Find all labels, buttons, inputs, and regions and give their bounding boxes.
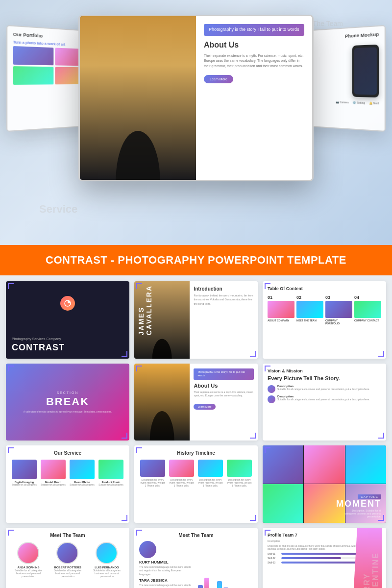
toc-grid: 01 ABOUT COMPANY 02 MEET THE TEAM 03 COM… xyxy=(268,295,381,325)
phone-label-setting: ⚙️ Setting xyxy=(353,101,365,104)
break-title: BREAK xyxy=(46,395,89,408)
slide-contrast: Photography Services Company CONTRAST xyxy=(6,281,129,359)
moment-capture-label: CAPTURE xyxy=(358,494,381,499)
team1-member-2: ROBERT POTTERS Suitable for all categori… xyxy=(52,542,84,578)
history-item-3: Description for every event received, we… xyxy=(198,460,223,487)
slide-capture-moment: CAPTURE MOMENT Description. Suitable for… xyxy=(263,445,386,523)
screen-learn-btn[interactable]: Learn More xyxy=(204,75,233,83)
toc-item-4: 04 COMPANY CONTACT xyxy=(354,295,381,325)
screen-about-text: Their separate existence is a myth. For … xyxy=(204,53,304,69)
vision-items: Description Suitable for all categories … xyxy=(268,385,381,403)
history-img-1 xyxy=(140,460,165,477)
team2-person2-name: TARA JESSICA xyxy=(139,578,194,583)
phone-label-notif: 🔔 Notif xyxy=(369,101,379,105)
about-btn[interactable]: Learn More xyxy=(194,404,215,410)
hero-section: Our Portfolio Turn a photo into a work o… xyxy=(0,0,392,245)
vision-item-1: Description Suitable for all categories … xyxy=(268,385,381,393)
intro-silhouette xyxy=(150,319,174,359)
toc-img-4 xyxy=(354,301,381,318)
service-text-3: Suitable for all categories xyxy=(70,484,95,486)
service-item-1: Digital Imaging Suitable for all categor… xyxy=(12,460,37,486)
photo-cell-4 xyxy=(13,66,53,85)
slide-vision: Vision & Mission Every Picture Tell The … xyxy=(263,364,386,441)
profile-vertical-name: LORRY VALENTINE xyxy=(363,528,380,588)
contrast-title: CONTRAST xyxy=(12,343,65,353)
vision-title: Vision & Mission xyxy=(268,368,381,373)
screen-right: Photography is the story I fail to put i… xyxy=(196,16,312,180)
toc-img-3 xyxy=(325,301,352,318)
history-desc-1: Description for every event received, we… xyxy=(140,478,165,487)
monitor-right-phone xyxy=(352,45,379,98)
slide-introduction: JAMESCAVALLERA Introduction Far far away… xyxy=(134,281,258,359)
intro-person-name: JAMESCAVALLERA xyxy=(137,285,153,335)
team1-avatar-2 xyxy=(56,542,78,564)
history-img-3 xyxy=(198,460,223,477)
team2-title: Meet The Team xyxy=(139,533,253,538)
team1-role-2: Suitable for all categories business and… xyxy=(52,569,84,578)
history-desc-4: Description for every event received, we… xyxy=(227,478,252,487)
service-items: Digital Imaging Suitable for all categor… xyxy=(11,460,124,486)
vision-item-2: Description Suitable for all categories … xyxy=(268,395,381,403)
screen-left xyxy=(80,16,196,180)
toc-item-2: 02 MEET THE TEAM xyxy=(296,295,323,325)
team1-role-3: Suitable for all categories business and… xyxy=(91,569,123,578)
team2-person1-name: KURT HUMMEL xyxy=(139,560,194,564)
phone-labels: 📷 Camera ⚙️ Setting 🔔 Notif xyxy=(336,100,379,105)
break-subtext: A collection of media samples to spread … xyxy=(19,410,117,413)
phone-label-camera: 📷 Camera xyxy=(336,100,349,104)
toc-item-1: 01 ABOUT COMPANY xyxy=(268,295,294,325)
slide-break: SECTION BREAK A collection of media samp… xyxy=(6,364,129,441)
about-title: About Us xyxy=(194,383,254,389)
screen-about-title: About Us xyxy=(204,41,304,49)
history-desc-3: Description for every event received, we… xyxy=(198,478,223,487)
service-text-4: Suitable for all categories xyxy=(98,484,123,486)
bar-4 xyxy=(217,581,222,588)
team1-member-3: LUIS FERNANDO Suitable for all categorie… xyxy=(91,542,123,578)
slide-history: History Timeline Description for every e… xyxy=(134,445,258,523)
service-item-4: Product Photo Suitable for all categorie… xyxy=(98,460,123,486)
break-section-label: SECTION xyxy=(56,391,78,394)
team1-members: ANJA SOPHINS Suitable for all categories… xyxy=(11,542,124,578)
bar-1 xyxy=(198,585,203,588)
moment-cell-1 xyxy=(263,445,303,484)
intro-text: Far far away, behind the word mountains,… xyxy=(194,294,254,306)
about-text: Their separate existence is a myth. For … xyxy=(194,391,254,398)
bar-chart xyxy=(198,575,253,588)
moment-cell-2 xyxy=(304,445,344,484)
moment-desc: Description. Suitable for all categories… xyxy=(342,509,381,518)
profile-bar-label-3: Skill 03 xyxy=(268,561,280,564)
monitor-main: Photography is the story I fail to put i… xyxy=(78,15,314,181)
slide-meet-team-2: Meet The Team KURT HUMMEL The new common… xyxy=(134,528,258,588)
team1-title: Meet The Team xyxy=(11,533,124,538)
team1-member-1: ANJA SOPHINS Suitable for all categories… xyxy=(13,542,45,578)
bg-text-service: Service xyxy=(39,203,77,216)
slide-toc: Table Of Content 01 ABOUT COMPANY 02 MEE… xyxy=(263,281,386,359)
moment-word: MOMENT xyxy=(336,499,381,508)
toc-img-2 xyxy=(296,301,323,318)
monitor-right-title: Phone Mockup xyxy=(345,32,379,39)
history-item-1: Description for every event received, we… xyxy=(140,460,165,487)
vision-big-text: Every Picture Tell The Story. xyxy=(268,375,381,382)
title-banner: CONTRAST - PHOTOGRAPHY POWERPOINT TEMPLA… xyxy=(0,245,392,275)
history-item-2: Description for every event received, we… xyxy=(169,460,194,487)
about-silhouette xyxy=(147,364,177,441)
moment-cell-3 xyxy=(345,445,386,484)
intro-title: Introduction xyxy=(194,286,254,292)
service-img-2 xyxy=(41,460,66,479)
photo-cell-1 xyxy=(13,46,53,65)
history-item-4: Description for every event received, we… xyxy=(227,460,252,487)
service-title: Our Service xyxy=(11,450,124,456)
moment-overlay: CAPTURE MOMENT Description. Suitable for… xyxy=(336,494,381,518)
contrast-shutter-icon xyxy=(60,296,75,311)
slide-our-service: Our Service Digital Imaging Suitable for… xyxy=(6,445,129,523)
profile-bar-fill-2 xyxy=(281,557,341,559)
team2-photo-1 xyxy=(139,541,156,558)
service-item-2: Model Photo Suitable for all categories xyxy=(41,460,66,486)
history-img-4 xyxy=(227,460,252,477)
team2-person2-text: The new common language will be more sim… xyxy=(139,584,194,588)
service-text-2: Suitable for all categories xyxy=(41,484,66,486)
screen-tag: Photography is the story I fail to put i… xyxy=(204,24,304,36)
vision-icon-2 xyxy=(268,395,275,403)
slide-meet-team-1: Meet The Team ANJA SOPHINS Suitable for … xyxy=(6,528,129,588)
slide-profile: Profile Team 7 Description Drop here to … xyxy=(263,528,386,588)
